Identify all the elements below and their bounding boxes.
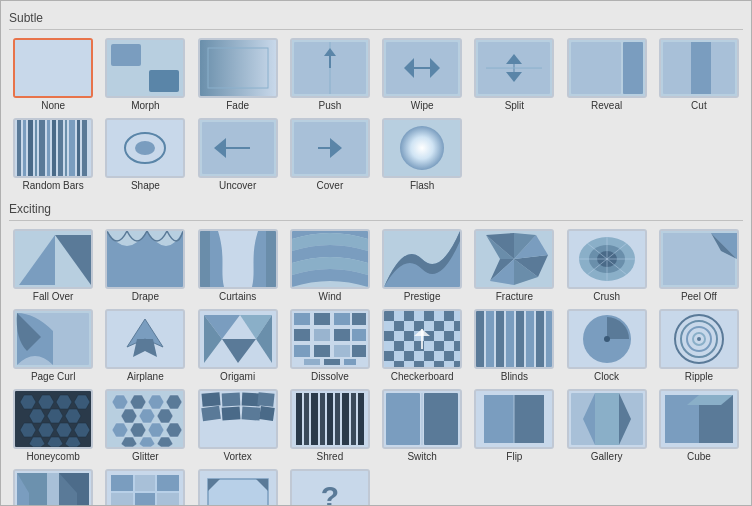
- svg-rect-137: [434, 341, 444, 351]
- svg-rect-24: [571, 42, 621, 94]
- svg-rect-35: [47, 120, 50, 176]
- svg-rect-30: [17, 120, 21, 176]
- thumb-wipe: [382, 38, 462, 98]
- thumb-unknown2: ?: [290, 469, 370, 506]
- svg-rect-136: [424, 341, 434, 351]
- svg-rect-120: [424, 321, 434, 331]
- transition-morph[interactable]: Morph: [101, 36, 189, 114]
- svg-rect-37: [58, 120, 63, 176]
- transition-flash[interactable]: Flash: [378, 116, 466, 194]
- label-prestige: Prestige: [404, 291, 441, 303]
- svg-rect-141: [394, 351, 404, 361]
- transition-origami[interactable]: Origami: [194, 307, 282, 385]
- transition-reveal[interactable]: Reveal: [563, 36, 651, 114]
- transition-vortex[interactable]: Vortex: [194, 387, 282, 465]
- svg-rect-34: [39, 120, 45, 176]
- svg-rect-28: [691, 42, 711, 94]
- label-vortex: Vortex: [223, 451, 251, 463]
- svg-rect-129: [434, 331, 444, 341]
- transition-push[interactable]: Push: [286, 36, 374, 114]
- transition-split[interactable]: Split: [470, 36, 558, 114]
- transition-drape[interactable]: Drape: [101, 227, 189, 305]
- svg-rect-251: [135, 475, 155, 491]
- transition-box[interactable]: Box: [101, 467, 189, 506]
- svg-rect-36: [52, 120, 56, 176]
- svg-rect-106: [344, 359, 356, 365]
- svg-rect-131: [454, 331, 460, 341]
- transition-none[interactable]: None: [9, 36, 97, 114]
- transition-blinds[interactable]: Blinds: [470, 307, 558, 385]
- transition-cut[interactable]: Cut: [655, 36, 743, 114]
- svg-rect-92: [294, 313, 310, 325]
- svg-rect-101: [314, 345, 330, 357]
- thumb-dissolve: [290, 309, 370, 369]
- svg-rect-2: [111, 44, 141, 66]
- transition-wipe[interactable]: Wipe: [378, 36, 466, 114]
- transition-glitter[interactable]: Glitter: [101, 387, 189, 465]
- transitions-panel[interactable]: Subtle None Morph: [0, 0, 752, 506]
- transition-gallery[interactable]: Gallery: [563, 387, 651, 465]
- label-flash: Flash: [410, 180, 434, 192]
- svg-rect-222: [342, 393, 349, 445]
- transition-honeycomb[interactable]: Honeycomb: [9, 387, 97, 465]
- transition-cube[interactable]: Cube: [655, 387, 743, 465]
- svg-rect-99: [352, 329, 366, 341]
- svg-rect-149: [394, 361, 404, 367]
- transition-peel-off[interactable]: Peel Off: [655, 227, 743, 305]
- transition-uncover[interactable]: Uncover: [194, 116, 282, 194]
- transition-page-curl[interactable]: Page Curl: [9, 307, 97, 385]
- svg-rect-111: [414, 311, 424, 321]
- thumb-drape: [105, 229, 185, 289]
- svg-rect-113: [434, 311, 444, 321]
- label-ripple: Ripple: [685, 371, 713, 383]
- svg-rect-154: [444, 361, 454, 367]
- label-fall-over: Fall Over: [33, 291, 74, 303]
- svg-rect-104: [304, 359, 320, 365]
- thumb-crush: [567, 229, 647, 289]
- svg-rect-208: [221, 393, 240, 407]
- svg-rect-117: [394, 321, 404, 331]
- svg-rect-126: [404, 331, 414, 341]
- transition-curtains[interactable]: Curtains: [194, 227, 282, 305]
- label-wipe: Wipe: [411, 100, 434, 112]
- svg-text:?: ?: [321, 480, 339, 506]
- svg-point-44: [135, 141, 155, 155]
- transition-unknown1[interactable]: [194, 467, 282, 506]
- svg-rect-224: [358, 393, 364, 445]
- transition-fall-over[interactable]: Fall Over: [9, 227, 97, 305]
- svg-rect-93: [314, 313, 330, 325]
- transition-crush[interactable]: Crush: [563, 227, 651, 305]
- svg-rect-213: [241, 406, 260, 420]
- transition-airplane[interactable]: Airplane: [101, 307, 189, 385]
- svg-rect-250: [111, 475, 133, 491]
- transition-dissolve[interactable]: Dissolve: [286, 307, 374, 385]
- thumb-morph: [105, 38, 185, 98]
- transition-unknown2[interactable]: ?: [286, 467, 374, 506]
- transition-fade[interactable]: Fade: [194, 36, 282, 114]
- label-origami: Origami: [220, 371, 255, 383]
- label-airplane: Airplane: [127, 371, 164, 383]
- transition-shape[interactable]: Shape: [101, 116, 189, 194]
- transition-fracture[interactable]: Fracture: [470, 227, 558, 305]
- svg-rect-223: [351, 393, 356, 445]
- label-shred: Shred: [317, 451, 344, 463]
- transition-checkerboard[interactable]: Checkerboard: [378, 307, 466, 385]
- transition-wind[interactable]: Wind: [286, 227, 374, 305]
- transition-shred[interactable]: Shred: [286, 387, 374, 465]
- transition-clock[interactable]: Clock: [563, 307, 651, 385]
- transition-flip[interactable]: Flip: [470, 387, 558, 465]
- svg-rect-162: [506, 311, 514, 367]
- transition-random-bars[interactable]: Random Bars: [9, 116, 97, 194]
- transition-switch[interactable]: Switch: [378, 387, 466, 465]
- thumb-reveal: [567, 38, 647, 98]
- subtle-divider: [9, 29, 743, 30]
- thumb-flash: [382, 118, 462, 178]
- transition-ripple[interactable]: Ripple: [655, 307, 743, 385]
- transition-cover[interactable]: Cover: [286, 116, 374, 194]
- svg-rect-212: [221, 406, 240, 420]
- svg-rect-164: [526, 311, 534, 367]
- svg-rect-125: [394, 331, 404, 341]
- transition-doorway[interactable]: Doorway: [9, 467, 97, 506]
- section-label-subtle: Subtle: [9, 11, 743, 25]
- transition-prestige[interactable]: Prestige: [378, 227, 466, 305]
